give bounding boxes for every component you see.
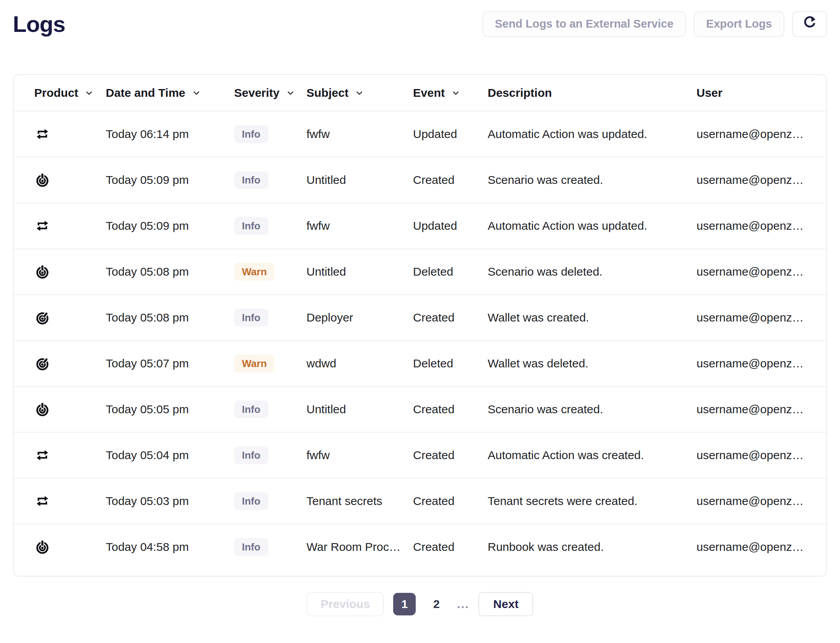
- user-cell: username@openzeppe...: [696, 540, 815, 554]
- subject-cell: fwfw: [306, 128, 413, 141]
- severity-cell: Info: [234, 492, 306, 510]
- datetime-cell: Today 05:03 pm: [106, 494, 234, 508]
- event-cell: Created: [413, 449, 488, 462]
- table-row[interactable]: Today 05:05 pmInfoUntitledCreatedScenari…: [14, 386, 826, 432]
- table-row[interactable]: Today 05:07 pmWarnwdwdDeletedWallet was …: [14, 340, 826, 386]
- datetime-cell: Today 05:04 pm: [106, 449, 234, 462]
- actions-repeat-icon: [34, 126, 51, 142]
- table-row[interactable]: Today 04:58 pmInfoWar Room Proced...Crea…: [14, 524, 826, 570]
- user-cell: username@openzeppe...: [696, 128, 815, 141]
- product-cell: [34, 447, 106, 463]
- incident-response-icon: [34, 264, 51, 280]
- datetime-cell: Today 05:05 pm: [106, 403, 234, 416]
- severity-badge: Info: [234, 309, 268, 327]
- severity-badge: Info: [234, 171, 268, 189]
- severity-cell: Info: [234, 217, 306, 235]
- event-cell: Deleted: [413, 265, 488, 278]
- logs-table-card: Product Date and Time Severity Subject E…: [13, 74, 827, 577]
- chevron-down-icon: [192, 88, 201, 98]
- severity-badge: Info: [234, 492, 268, 510]
- page-header: Logs Send Logs to an External Service Ex…: [13, 0, 827, 37]
- product-cell: [34, 218, 106, 234]
- table-row[interactable]: Today 05:04 pmInfofwfwCreatedAutomatic A…: [14, 432, 826, 478]
- send-logs-button[interactable]: Send Logs to an External Service: [483, 11, 686, 37]
- incident-response-icon: [34, 539, 51, 555]
- description-cell: Wallet was deleted.: [488, 357, 696, 370]
- page-button-2[interactable]: 2: [425, 593, 448, 615]
- subject-cell: War Room Proced...: [306, 540, 413, 554]
- column-header-severity[interactable]: Severity: [234, 86, 306, 100]
- refresh-button[interactable]: [792, 11, 827, 37]
- user-cell: username@openzeppe...: [696, 265, 815, 278]
- user-cell: username@openzeppe...: [696, 403, 815, 416]
- column-label: Product: [34, 86, 78, 100]
- toolbar: Send Logs to an External Service Export …: [483, 11, 828, 37]
- table-row[interactable]: Today 05:03 pmInfoTenant secretsCreatedT…: [14, 478, 826, 524]
- datetime-cell: Today 05:08 pm: [106, 311, 234, 324]
- severity-cell: Info: [234, 538, 306, 556]
- column-header-product[interactable]: Product: [34, 86, 106, 100]
- column-label: Event: [413, 86, 445, 100]
- table-row[interactable]: Today 05:08 pmWarnUntitledDeletedScenari…: [14, 248, 826, 294]
- column-label: User: [696, 86, 723, 100]
- user-cell: username@openzeppe...: [696, 311, 815, 324]
- severity-badge: Info: [234, 400, 268, 418]
- datetime-cell: Today 05:08 pm: [106, 265, 234, 278]
- user-cell: username@openzeppe...: [696, 494, 815, 508]
- table-row[interactable]: Today 05:08 pmInfoDeployerCreatedWallet …: [14, 294, 826, 340]
- chevron-down-icon: [84, 88, 94, 98]
- description-cell: Scenario was created.: [488, 173, 696, 187]
- table-row[interactable]: Today 06:14 pmInfofwfwUpdatedAutomatic A…: [14, 111, 826, 157]
- description-cell: Runbook was created.: [488, 540, 696, 554]
- severity-badge: Warn: [234, 263, 275, 281]
- subject-cell: Tenant secrets: [306, 494, 413, 508]
- chevron-down-icon: [286, 88, 295, 98]
- severity-cell: Info: [234, 309, 306, 327]
- description-cell: Automatic Action was updated.: [488, 219, 696, 232]
- column-header-date-and-time[interactable]: Date and Time: [106, 86, 234, 100]
- column-header-description: Description: [488, 86, 696, 100]
- user-cell: username@openzeppe...: [696, 173, 815, 187]
- datetime-cell: Today 05:07 pm: [106, 357, 234, 370]
- incident-response-icon: [34, 401, 51, 418]
- product-cell: [34, 539, 106, 555]
- pagination-ellipsis: ...: [457, 598, 469, 611]
- column-header-user: User: [696, 86, 815, 100]
- datetime-cell: Today 06:14 pm: [106, 128, 234, 141]
- event-cell: Created: [413, 403, 488, 416]
- product-cell: [34, 172, 106, 188]
- pagination: Previous 12... Next: [13, 592, 827, 616]
- description-cell: Automatic Action was updated.: [488, 128, 696, 141]
- chevron-down-icon: [451, 88, 460, 98]
- subject-cell: fwfw: [306, 449, 413, 462]
- subject-cell: Untitled: [306, 403, 413, 416]
- subject-cell: Untitled: [306, 173, 413, 187]
- chevron-down-icon: [355, 88, 364, 98]
- page-button-1[interactable]: 1: [393, 593, 416, 615]
- column-label: Subject: [306, 86, 348, 100]
- event-cell: Updated: [413, 219, 488, 232]
- severity-cell: Info: [234, 171, 306, 189]
- subject-cell: Untitled: [306, 265, 413, 278]
- severity-badge: Info: [234, 217, 268, 235]
- subject-cell: wdwd: [306, 357, 413, 370]
- refresh-icon: [802, 15, 817, 33]
- datetime-cell: Today 05:09 pm: [106, 173, 234, 187]
- event-cell: Created: [413, 540, 488, 554]
- actions-repeat-icon: [34, 218, 51, 234]
- table-body: Today 06:14 pmInfofwfwUpdatedAutomatic A…: [14, 111, 826, 570]
- description-cell: Wallet was created.: [488, 311, 696, 324]
- severity-cell: Info: [234, 446, 306, 464]
- previous-page-button[interactable]: Previous: [307, 592, 384, 616]
- next-page-button[interactable]: Next: [478, 592, 533, 616]
- event-cell: Updated: [413, 128, 488, 141]
- table-row[interactable]: Today 05:09 pmInfofwfwUpdatedAutomatic A…: [14, 203, 826, 248]
- severity-cell: Info: [234, 400, 306, 418]
- product-cell: [34, 401, 106, 418]
- column-header-subject[interactable]: Subject: [306, 86, 413, 100]
- column-header-event[interactable]: Event: [413, 86, 488, 100]
- severity-badge: Warn: [234, 355, 275, 372]
- export-logs-button[interactable]: Export Logs: [694, 11, 784, 37]
- table-row[interactable]: Today 05:09 pmInfoUntitledCreatedScenari…: [14, 157, 826, 203]
- logs-page: Logs Send Logs to an External Service Ex…: [0, 0, 840, 616]
